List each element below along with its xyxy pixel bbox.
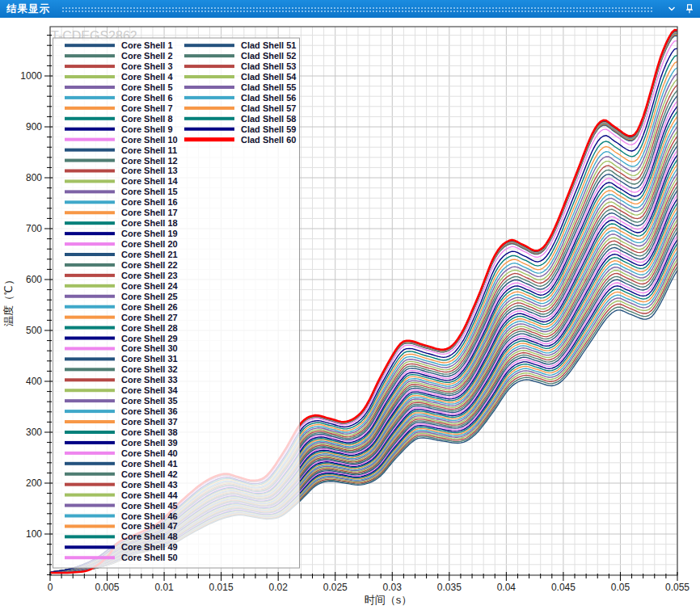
- x-tick-label: 0.025: [323, 582, 348, 593]
- x-axis-title: 时间（s）: [365, 594, 412, 606]
- legend-label: Core Shell 49: [121, 542, 178, 552]
- legend-swatch: [65, 159, 115, 162]
- legend-swatch: [65, 169, 115, 172]
- legend-label: Core Shell 42: [121, 469, 178, 479]
- legend-label: Core Shell 11: [121, 145, 177, 155]
- legend-swatch: [65, 504, 115, 507]
- legend-swatch: [65, 389, 115, 392]
- legend-label: Core Shell 32: [121, 364, 178, 374]
- legend: Core Shell 1Core Shell 2Core Shell 3Core…: [53, 38, 300, 568]
- legend-swatch: [65, 524, 115, 528]
- x-tick-label: 0.01: [154, 582, 174, 593]
- legend-label: Core Shell 15: [121, 187, 178, 196]
- legend-label: Core Shell 43: [121, 480, 178, 490]
- legend-swatch: [65, 420, 115, 423]
- y-tick-label: 800: [26, 172, 42, 183]
- legend-swatch: [65, 295, 115, 298]
- window-menu-button[interactable]: [664, 2, 679, 16]
- legend-label: Core Shell 25: [121, 292, 178, 301]
- legend-swatch: [65, 368, 115, 371]
- legend-swatch: [184, 65, 234, 68]
- legend-swatch: [65, 221, 115, 225]
- x-tick-label: 0.02: [269, 582, 289, 593]
- legend-label: Core Shell 10: [121, 135, 178, 145]
- legend-swatch: [65, 410, 115, 413]
- legend-swatch: [65, 65, 115, 68]
- x-tick-label: 0.005: [95, 582, 120, 593]
- legend-swatch: [65, 431, 115, 434]
- results-titlebar: 结果显示: [0, 0, 700, 18]
- legend-label: Core Shell 5: [121, 82, 173, 92]
- legend-swatch: [184, 44, 234, 47]
- legend-label: Core Shell 26: [121, 302, 178, 312]
- legend-swatch: [65, 326, 115, 330]
- legend-swatch: [65, 86, 115, 89]
- legend-swatch: [65, 96, 115, 99]
- legend-swatch: [65, 316, 115, 319]
- y-tick-label: 300: [26, 427, 42, 438]
- legend-label: Clad Shell 60: [241, 135, 296, 145]
- legend-swatch: [184, 128, 234, 131]
- legend-swatch: [184, 86, 234, 89]
- legend-swatch: [65, 347, 115, 350]
- legend-swatch: [65, 556, 115, 559]
- legend-swatch: [65, 44, 115, 47]
- legend-label: Clad Shell 55: [241, 82, 296, 92]
- legend-swatch: [65, 284, 115, 288]
- legend-swatch: [65, 399, 115, 402]
- legend-label: Core Shell 9: [121, 124, 173, 134]
- legend-swatch: [65, 305, 115, 309]
- legend-label: Core Shell 8: [121, 114, 173, 124]
- legend-label: Core Shell 12: [121, 156, 178, 166]
- legend-swatch: [65, 117, 115, 120]
- legend-label: Core Shell 1: [121, 40, 173, 50]
- legend-label: Core Shell 18: [121, 218, 178, 228]
- pin-panel-button[interactable]: [682, 2, 697, 16]
- legend-label: Core Shell 28: [121, 323, 178, 333]
- legend-label: Clad Shell 54: [241, 72, 297, 82]
- legend-swatch: [65, 138, 115, 141]
- legend-swatch: [65, 378, 115, 381]
- legend-label: Core Shell 6: [121, 93, 173, 103]
- titlebar-grip-dots: [61, 6, 653, 12]
- panel-title: 结果显示: [0, 2, 50, 16]
- legend-swatch: [65, 494, 115, 497]
- legend-label: Clad Shell 53: [241, 61, 296, 71]
- legend-swatch: [65, 545, 115, 549]
- legend-swatch: [184, 117, 234, 120]
- legend-label: Core Shell 20: [121, 239, 178, 249]
- legend-swatch: [65, 179, 115, 183]
- y-tick-label: 600: [26, 274, 42, 285]
- y-tick-label: 100: [26, 528, 42, 540]
- legend-label: Core Shell 22: [121, 260, 178, 270]
- legend-label: Clad Shell 59: [241, 124, 296, 134]
- x-tick-label: 0.015: [209, 582, 234, 593]
- legend-swatch: [65, 149, 115, 152]
- plot-area[interactable]: T-CDEGS286200.0050.010.0150.020.0250.030…: [0, 0, 700, 614]
- legend-label: Core Shell 35: [121, 396, 178, 406]
- y-tick-label: 500: [26, 325, 42, 336]
- legend-label: Core Shell 30: [121, 343, 178, 353]
- chevron-down-icon: [666, 3, 677, 15]
- legend-swatch: [65, 75, 115, 78]
- legend-swatch: [65, 200, 115, 204]
- legend-swatch: [65, 242, 115, 246]
- legend-swatch: [184, 75, 234, 78]
- legend-swatch: [65, 452, 115, 455]
- legend-swatch: [184, 107, 234, 110]
- legend-label: Core Shell 21: [121, 250, 178, 259]
- legend-swatch: [65, 337, 115, 340]
- y-axis-title: 温度（℃）: [2, 275, 15, 326]
- legend-label: Core Shell 24: [121, 281, 179, 291]
- pin-icon: [684, 3, 695, 15]
- legend-swatch: [65, 441, 115, 444]
- y-tick-label: 900: [26, 121, 42, 132]
- legend-swatch: [65, 274, 115, 277]
- legend-swatch: [65, 253, 115, 256]
- legend-swatch: [65, 190, 115, 193]
- legend-swatch: [184, 137, 234, 141]
- x-tick-label: 0.055: [665, 582, 689, 593]
- legend-label: Core Shell 7: [121, 103, 173, 113]
- legend-label: Core Shell 48: [121, 532, 178, 541]
- legend-label: Core Shell 31: [121, 354, 178, 364]
